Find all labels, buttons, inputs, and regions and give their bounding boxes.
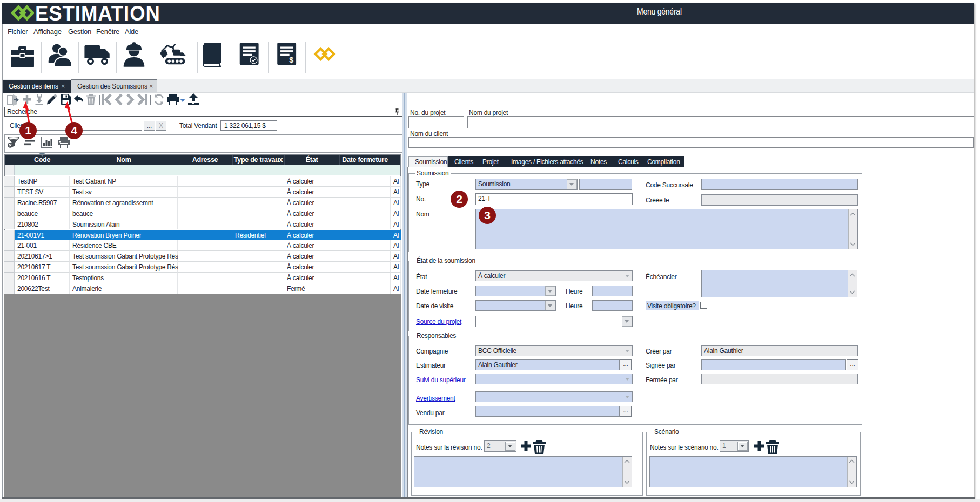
svg-text:$: $ <box>289 56 293 64</box>
